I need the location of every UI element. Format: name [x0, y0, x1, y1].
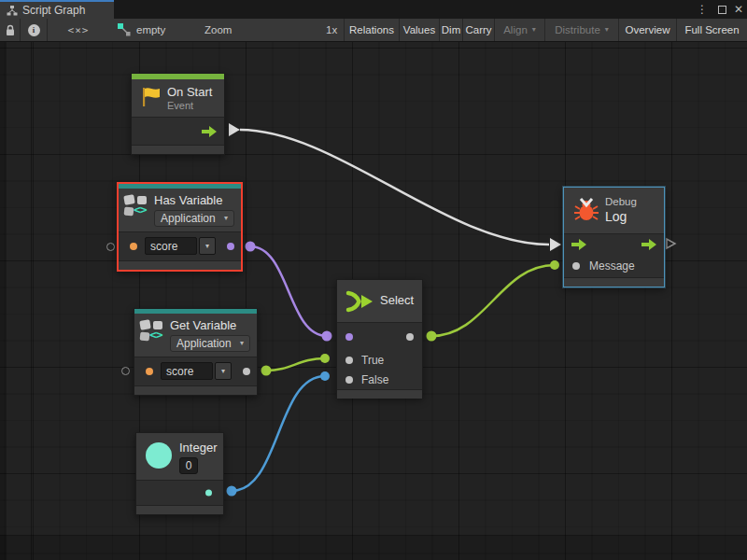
window-menu-icon[interactable]: ⋮ — [697, 0, 708, 19]
toolbar-button-dim[interactable]: Dim — [439, 19, 462, 41]
zoom-value: 1x — [326, 19, 337, 41]
chevron-down-icon: ▾ — [224, 215, 228, 222]
node-integer[interactable]: Integer 0 — [135, 432, 224, 515]
node-footer — [132, 146, 224, 154]
variable-name-field[interactable]: score — [161, 362, 213, 380]
maximize-icon[interactable] — [718, 0, 726, 19]
variable-name-dropdown-button[interactable]: ▾ — [199, 237, 216, 255]
chevron-down-icon: ▾ — [221, 367, 225, 375]
node-header[interactable]: Select — [337, 280, 422, 322]
variable-scope-dropdown[interactable]: Application ▾ — [154, 210, 234, 227]
value-input-port[interactable] — [146, 368, 153, 375]
node-footer — [134, 386, 257, 395]
bug-icon — [574, 197, 599, 222]
wire-endpoint[interactable] — [246, 242, 256, 252]
node-footer — [337, 390, 422, 399]
lock-icon — [5, 24, 16, 36]
info-icon — [28, 24, 40, 36]
node-select[interactable]: Select True False — [336, 279, 423, 398]
title-bar: Script Graph ⋮ ✕ — [0, 0, 747, 19]
node-on-start[interactable]: On Start Event — [131, 73, 225, 155]
graph-icon — [7, 5, 18, 16]
canvas-left-shade — [0, 42, 7, 560]
node-subtitle: Event — [167, 100, 193, 111]
wire-endpoint[interactable] — [261, 366, 272, 376]
toolbar-button-distribute[interactable]: Distribute ▾ — [544, 19, 618, 41]
wire-select-to-debug-log-message[interactable] — [431, 265, 555, 336]
unconnected-port-circle[interactable] — [121, 367, 130, 375]
variable-name-dropdown-button[interactable]: ▾ — [215, 362, 232, 380]
true-input-port[interactable] — [345, 357, 353, 364]
close-icon[interactable]: ✕ — [734, 0, 743, 19]
false-input-port[interactable] — [345, 376, 353, 384]
node-header[interactable]: On Start Event — [132, 79, 224, 117]
wire-endpoint[interactable] — [320, 354, 330, 363]
node-title: Has Variable — [154, 193, 222, 207]
node-header[interactable]: <> Get Variable Application ▾ — [134, 314, 257, 357]
message-input-port[interactable] — [572, 262, 580, 270]
chevron-down-icon: ▾ — [240, 340, 244, 347]
canvas-bottom-shade — [0, 535, 747, 560]
node-has-variable[interactable]: <> Has Variable Application ▾ score ▾ — [117, 182, 243, 272]
toolbar-button-relations[interactable]: Relations — [344, 19, 399, 41]
value-input-port[interactable] — [130, 243, 137, 250]
condition-input-port[interactable] — [345, 333, 353, 341]
true-port-label: True — [361, 354, 384, 367]
flow-output-port[interactable] — [202, 126, 217, 137]
toolbar-button-carry[interactable]: Carry — [462, 19, 494, 41]
variables-icon: <> — [140, 320, 166, 343]
wire-target-arrow[interactable] — [550, 238, 561, 251]
flow-output-port[interactable] — [641, 239, 656, 250]
wire-has-variable-to-select[interactable] — [250, 246, 327, 336]
node-title: Integer — [179, 441, 217, 455]
selection-output-port[interactable] — [406, 333, 414, 341]
node-footer — [119, 261, 241, 270]
wire-source-arrow[interactable] — [229, 123, 240, 136]
toolbar-button-values[interactable]: Values — [399, 19, 439, 41]
chevron-down-icon: ▾ — [205, 242, 209, 250]
lock-button[interactable] — [0, 19, 20, 41]
graph-canvas[interactable]: On Start Event <> Has Variable — [0, 42, 747, 560]
wire-get-variable-to-select-true[interactable] — [266, 358, 325, 371]
select-merge-icon — [345, 290, 374, 313]
tab-script-graph[interactable]: Script Graph — [0, 0, 114, 19]
code-toggle-icon: <×> — [68, 24, 90, 36]
chevron-down-icon: ▾ — [532, 26, 536, 34]
value-output-port[interactable] — [243, 368, 250, 375]
wire-endpoint[interactable] — [427, 331, 437, 342]
wire-on-start-to-debug-log[interactable] — [240, 130, 549, 245]
toolbar-button-align[interactable]: Align ▾ — [494, 19, 544, 41]
toolbar-button-full-screen[interactable]: Full Screen — [676, 19, 747, 41]
node-header[interactable]: Debug Log — [564, 188, 664, 233]
flag-icon — [139, 86, 162, 108]
integer-value-field[interactable]: 0 — [179, 457, 198, 474]
variable-scope-dropdown[interactable]: Application ▾ — [170, 335, 250, 352]
unconnected-port-circle[interactable] — [106, 243, 115, 251]
code-preview-button[interactable]: <×> — [47, 19, 109, 41]
info-button[interactable] — [20, 19, 47, 41]
wire-endpoint[interactable] — [550, 260, 559, 270]
node-header[interactable]: Integer 0 — [136, 433, 223, 480]
selection-graph-icon — [118, 23, 131, 36]
value-output-port[interactable] — [227, 243, 234, 250]
integer-literal-icon — [146, 442, 172, 469]
selection-indicator: empty — [118, 19, 165, 41]
value-output-port[interactable] — [205, 490, 212, 497]
node-debug-log[interactable]: Debug Log Message — [563, 187, 665, 287]
selection-label: empty — [136, 24, 165, 35]
wire-endpoint[interactable] — [320, 371, 330, 381]
unconnected-flow-port-triangle[interactable] — [667, 239, 675, 248]
false-port-label: False — [361, 373, 388, 386]
chevron-down-icon: ▾ — [605, 26, 609, 34]
variable-name-field[interactable]: score — [145, 237, 197, 255]
message-port-label: Message — [589, 259, 635, 273]
toolbar-button-overview[interactable]: Overview — [618, 19, 676, 41]
node-title: Select — [380, 293, 414, 307]
wire-endpoint[interactable] — [227, 486, 237, 497]
node-get-variable[interactable]: <> Get Variable Application ▾ score ▾ — [134, 308, 258, 396]
node-title: On Start — [167, 85, 212, 99]
wire-endpoint[interactable] — [322, 331, 332, 342]
flow-input-port[interactable] — [571, 239, 586, 250]
node-header[interactable]: <> Has Variable Application ▾ — [119, 189, 241, 231]
zoom-label: Zoom — [204, 19, 232, 41]
